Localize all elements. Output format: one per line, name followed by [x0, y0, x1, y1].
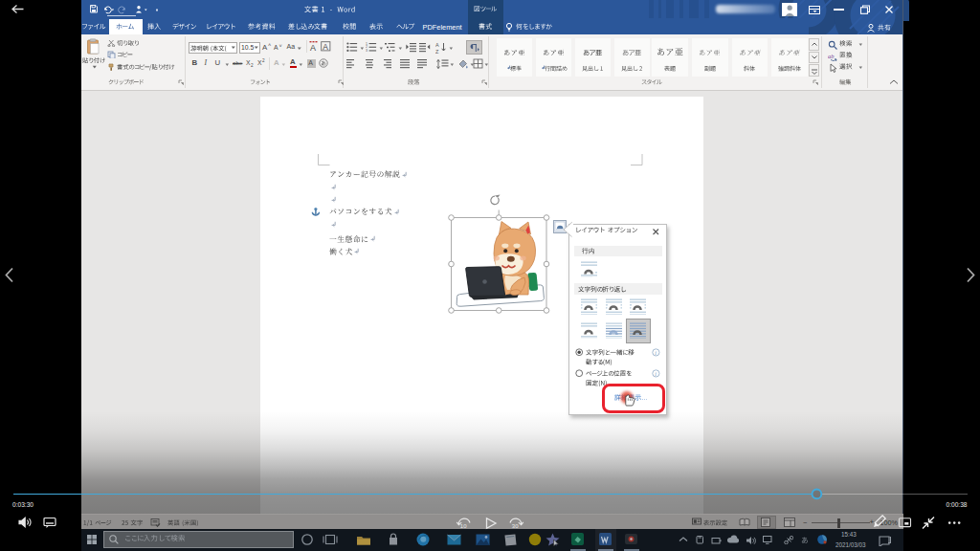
- svg-text:i: i: [655, 349, 657, 355]
- svg-text:i: i: [655, 370, 657, 376]
- svg-text:10: 10: [460, 523, 467, 529]
- svg-text:30: 30: [512, 523, 519, 529]
- svg-text:A: A: [310, 43, 316, 52]
- svg-text:3: 3: [366, 49, 368, 53]
- svg-text:ab: ab: [828, 53, 835, 59]
- svg-text:A: A: [435, 42, 439, 48]
- svg-text:Z: Z: [435, 48, 439, 54]
- svg-text:A: A: [323, 41, 328, 51]
